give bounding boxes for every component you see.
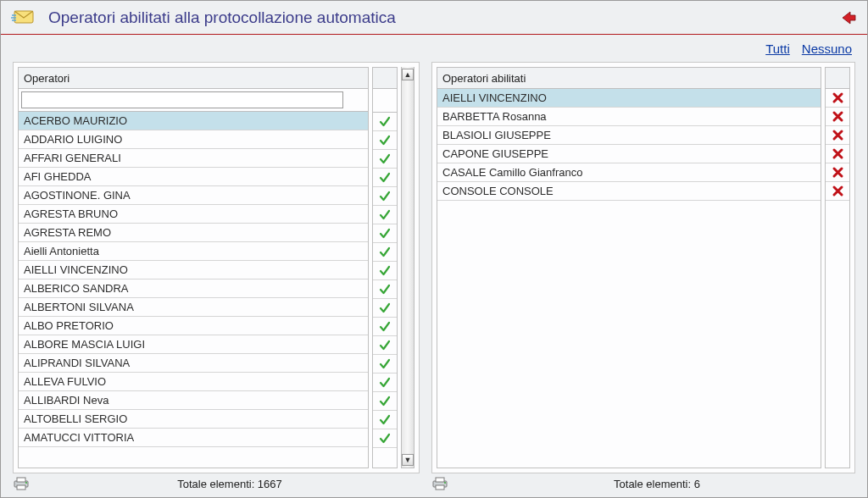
table-row[interactable]: Aielli Antonietta — [19, 242, 368, 261]
remove-column — [825, 89, 850, 468]
table-row[interactable]: AGRESTA REMO — [19, 224, 368, 242]
search-cell — [18, 89, 369, 112]
remove-icon[interactable] — [826, 163, 849, 182]
svg-point-8 — [444, 482, 446, 484]
table-row[interactable]: ALIPRANDI SILVANA — [19, 354, 368, 373]
table-row[interactable]: BARBETTA Rosanna — [437, 108, 821, 126]
operator-name: AIELLI VINCENZINO — [19, 263, 368, 276]
mail-icon — [11, 9, 35, 26]
enabled-operator-name: CASALE Camillo Gianfranco — [437, 166, 821, 179]
operator-name: ALLEVA FULVIO — [19, 375, 368, 388]
table-row[interactable]: CONSOLE CONSOLE — [437, 182, 821, 201]
add-icon[interactable] — [373, 355, 397, 374]
add-icon[interactable] — [373, 131, 397, 150]
operator-name: ACERBO MAURIZIO — [19, 114, 368, 127]
add-icon[interactable] — [373, 113, 397, 131]
table-row[interactable]: AGOSTINONE. GINA — [19, 186, 368, 205]
add-icon[interactable] — [373, 224, 397, 243]
add-icon[interactable] — [373, 299, 397, 318]
operator-name: ALBERICO SANDRA — [19, 282, 368, 295]
remove-icon[interactable] — [826, 108, 849, 126]
enabled-operator-name: CONSOLE CONSOLE — [437, 185, 821, 197]
operator-name: Aielli Antonietta — [19, 245, 368, 257]
add-icon[interactable] — [373, 429, 397, 448]
operator-name: ALBO PRETORIO — [19, 319, 368, 332]
operator-name: ALIPRANDI SILVANA — [19, 357, 368, 369]
operator-name: ALBERTONI SILVANA — [19, 301, 368, 313]
table-row[interactable]: ADDARIO LUIGINO — [19, 130, 368, 149]
table-row[interactable]: ALLIBARDI Neva — [19, 391, 368, 410]
back-button[interactable] — [840, 10, 857, 25]
remove-header — [825, 67, 850, 89]
operator-name: ADDARIO LUIGINO — [19, 133, 368, 146]
table-row[interactable]: AFI GHEDDA — [19, 168, 368, 186]
operators-header: Operatori — [18, 67, 369, 89]
add-icon[interactable] — [373, 150, 397, 169]
operator-name: AGRESTA BRUNO — [19, 208, 368, 220]
svg-point-4 — [25, 482, 27, 484]
add-icon[interactable] — [373, 262, 397, 280]
add-icon[interactable] — [373, 169, 397, 187]
page-title: Operatori abilitati alla protocollazione… — [48, 8, 840, 27]
printer-icon[interactable] — [431, 477, 448, 490]
operator-name: AGRESTA REMO — [19, 226, 368, 239]
table-row[interactable]: ALLEVA FULVIO — [19, 373, 368, 391]
operator-name: AGOSTINONE. GINA — [19, 189, 368, 202]
table-row[interactable]: ALTOBELLI SERGIO — [19, 410, 368, 429]
operator-name: AFI GHEDDA — [19, 170, 368, 183]
table-row[interactable]: AIELLI VINCENZINO — [437, 89, 821, 108]
enabled-operators-panel: Operatori abilitati AIELLI VINCENZINOBAR… — [431, 62, 855, 473]
table-row[interactable]: ALBERICO SANDRA — [19, 279, 368, 298]
table-row[interactable]: ALBERTONI SILVANA — [19, 298, 368, 317]
add-icon[interactable] — [373, 187, 397, 206]
table-row[interactable]: AMATUCCI VITTORIA — [19, 429, 368, 447]
operator-name: ALBORE MASCIA LUIGI — [19, 338, 368, 351]
table-row[interactable]: AIELLI VINCENZINO — [19, 261, 368, 279]
main-area: Operatori ACERBO MAURIZIOADDARIO LUIGINO… — [1, 62, 867, 473]
operator-name: AMATUCCI VITTORIA — [19, 431, 368, 444]
add-icon[interactable] — [373, 392, 397, 411]
enabled-count: Totale elementi: 6 — [459, 478, 855, 490]
table-row[interactable]: ALBORE MASCIA LUIGI — [19, 335, 368, 354]
enabled-operator-name: AIELLI VINCENZINO — [437, 91, 821, 104]
remove-icon[interactable] — [826, 145, 849, 163]
add-icon[interactable] — [373, 243, 397, 262]
table-row[interactable]: ACERBO MAURIZIO — [19, 112, 368, 130]
table-row[interactable]: AGRESTA BRUNO — [19, 205, 368, 224]
select-none-link[interactable]: Nessuno — [802, 42, 852, 56]
svg-rect-2 — [17, 478, 25, 482]
remove-icon[interactable] — [826, 182, 849, 201]
svg-rect-7 — [436, 485, 444, 490]
svg-rect-6 — [436, 478, 444, 482]
enabled-operator-name: CAPONE GIUSEPPE — [437, 147, 821, 160]
table-row[interactable]: AFFARI GENERALI — [19, 149, 368, 168]
add-column — [372, 113, 398, 468]
toolbar: Tutti Nessuno — [1, 35, 867, 62]
add-icon[interactable] — [373, 318, 397, 336]
operators-panel: Operatori ACERBO MAURIZIOADDARIO LUIGINO… — [13, 62, 420, 473]
operator-name: ALLIBARDI Neva — [19, 394, 368, 407]
table-row[interactable]: CAPONE GIUSEPPE — [437, 145, 821, 163]
table-row[interactable]: BLASIOLI GIUSEPPE — [437, 126, 821, 145]
search-input[interactable] — [21, 91, 343, 108]
operators-count: Totale elementi: 1667 — [40, 478, 420, 490]
remove-icon[interactable] — [826, 89, 849, 108]
table-row[interactable]: ALBO PRETORIO — [19, 317, 368, 335]
svg-rect-3 — [17, 485, 25, 490]
add-icon[interactable] — [373, 336, 397, 355]
add-icon[interactable] — [373, 206, 397, 224]
operators-list: ACERBO MAURIZIOADDARIO LUIGINOAFFARI GEN… — [18, 112, 369, 468]
printer-icon[interactable] — [13, 477, 30, 490]
operator-name: AFFARI GENERALI — [19, 152, 368, 164]
enabled-operator-name: BLASIOLI GIUSEPPE — [437, 129, 821, 141]
add-icon[interactable] — [373, 411, 397, 429]
scrollbar[interactable]: ▲ ▼ — [401, 67, 415, 468]
remove-icon[interactable] — [826, 126, 849, 145]
select-all-link[interactable]: Tutti — [765, 42, 790, 56]
enabled-list: AIELLI VINCENZINOBARBETTA RosannaBLASIOL… — [437, 89, 821, 468]
add-icon[interactable] — [373, 374, 397, 392]
scroll-down-button[interactable]: ▼ — [402, 454, 414, 466]
scroll-up-button[interactable]: ▲ — [402, 69, 414, 80]
table-row[interactable]: CASALE Camillo Gianfranco — [437, 163, 821, 182]
add-icon[interactable] — [373, 280, 397, 299]
